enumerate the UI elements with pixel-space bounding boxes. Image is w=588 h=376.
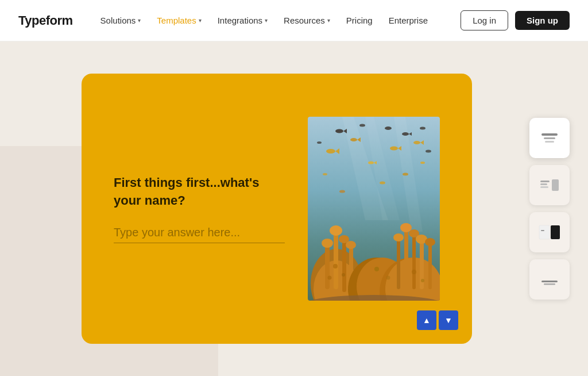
arrow-up-button[interactable]: ▲ bbox=[417, 310, 436, 330]
svg-rect-63 bbox=[540, 181, 550, 182]
nav-templates[interactable]: Templates ▾ bbox=[150, 11, 208, 30]
svg-rect-67 bbox=[539, 225, 550, 239]
svg-point-51 bbox=[425, 238, 435, 246]
svg-point-19 bbox=[335, 129, 343, 133]
logo[interactable]: Typeform bbox=[18, 13, 73, 28]
svg-point-57 bbox=[412, 270, 416, 274]
svg-point-24 bbox=[385, 126, 392, 130]
svg-point-10 bbox=[368, 162, 374, 164]
nav-pricing[interactable]: Pricing bbox=[339, 11, 380, 30]
form-input-placeholder: Type your answer here... bbox=[114, 226, 240, 239]
nav-enterprise[interactable]: Enterprise bbox=[382, 11, 435, 30]
svg-rect-32 bbox=[342, 240, 346, 292]
navbar: Typeform Solutions ▾ Templates ▾ Integra… bbox=[0, 0, 588, 41]
svg-point-12 bbox=[413, 141, 420, 144]
svg-rect-31 bbox=[334, 232, 338, 289]
svg-rect-60 bbox=[541, 133, 558, 136]
layout-panel-3[interactable] bbox=[529, 212, 570, 252]
chevron-icon: ▾ bbox=[265, 17, 268, 24]
svg-point-21 bbox=[402, 132, 409, 136]
form-question: First things first...what's your name? bbox=[114, 174, 285, 210]
nav-links: Solutions ▾ Templates ▾ Integrations ▾ R… bbox=[94, 11, 461, 30]
svg-rect-46 bbox=[428, 243, 432, 289]
nav-integrations[interactable]: Integrations ▾ bbox=[211, 11, 274, 30]
svg-point-58 bbox=[421, 279, 424, 282]
svg-point-54 bbox=[328, 276, 332, 280]
svg-point-48 bbox=[400, 223, 412, 232]
svg-point-17 bbox=[339, 190, 345, 193]
svg-point-56 bbox=[386, 276, 390, 280]
svg-rect-62 bbox=[545, 141, 554, 143]
svg-rect-71 bbox=[544, 283, 555, 285]
coral-image bbox=[308, 117, 440, 301]
svg-rect-43 bbox=[404, 229, 408, 289]
svg-rect-30 bbox=[325, 243, 330, 289]
svg-point-25 bbox=[420, 127, 425, 130]
svg-rect-64 bbox=[540, 183, 547, 185]
svg-point-47 bbox=[393, 233, 404, 241]
svg-point-15 bbox=[323, 173, 327, 175]
svg-rect-61 bbox=[544, 137, 555, 139]
svg-rect-69 bbox=[551, 225, 560, 239]
login-button[interactable]: Log in bbox=[461, 10, 508, 30]
main-content: First things first...what's your name? T… bbox=[0, 41, 588, 376]
arrow-down-button[interactable]: ▼ bbox=[439, 310, 458, 330]
form-input-wrapper[interactable]: Type your answer here... bbox=[114, 226, 285, 243]
svg-rect-65 bbox=[540, 186, 548, 188]
nav-right: Log in Sign up bbox=[461, 10, 570, 30]
nav-solutions[interactable]: Solutions ▾ bbox=[94, 11, 148, 30]
svg-rect-70 bbox=[541, 281, 558, 282]
svg-rect-66 bbox=[552, 179, 559, 191]
nav-resources[interactable]: Resources ▾ bbox=[277, 11, 337, 30]
svg-point-55 bbox=[374, 267, 379, 271]
svg-point-53 bbox=[342, 273, 345, 277]
svg-point-6 bbox=[350, 138, 357, 141]
svg-point-18 bbox=[380, 182, 385, 185]
chevron-icon: ▾ bbox=[199, 17, 202, 24]
svg-point-8 bbox=[390, 147, 398, 151]
form-left: First things first...what's your name? T… bbox=[114, 174, 285, 243]
layout-panel-2[interactable] bbox=[529, 165, 570, 205]
svg-point-52 bbox=[333, 264, 338, 268]
svg-point-26 bbox=[425, 150, 431, 153]
svg-point-34 bbox=[322, 239, 333, 248]
svg-point-16 bbox=[420, 162, 425, 164]
svg-rect-42 bbox=[397, 237, 400, 289]
layout-panel-1[interactable] bbox=[529, 118, 570, 158]
svg-point-35 bbox=[330, 225, 342, 236]
svg-rect-68 bbox=[541, 230, 544, 231]
layout-panel-4[interactable] bbox=[529, 259, 570, 300]
svg-point-23 bbox=[359, 124, 365, 127]
svg-point-37 bbox=[346, 241, 356, 249]
side-panels bbox=[529, 118, 570, 300]
svg-rect-44 bbox=[412, 235, 416, 289]
chevron-icon: ▾ bbox=[327, 17, 330, 24]
chevron-icon: ▾ bbox=[138, 17, 141, 24]
nav-arrows: ▲ ▼ bbox=[417, 310, 458, 330]
signup-button[interactable]: Sign up bbox=[515, 11, 570, 30]
svg-point-27 bbox=[317, 141, 322, 144]
svg-point-14 bbox=[403, 173, 408, 176]
svg-point-4 bbox=[326, 149, 335, 154]
form-card: First things first...what's your name? T… bbox=[82, 74, 472, 344]
